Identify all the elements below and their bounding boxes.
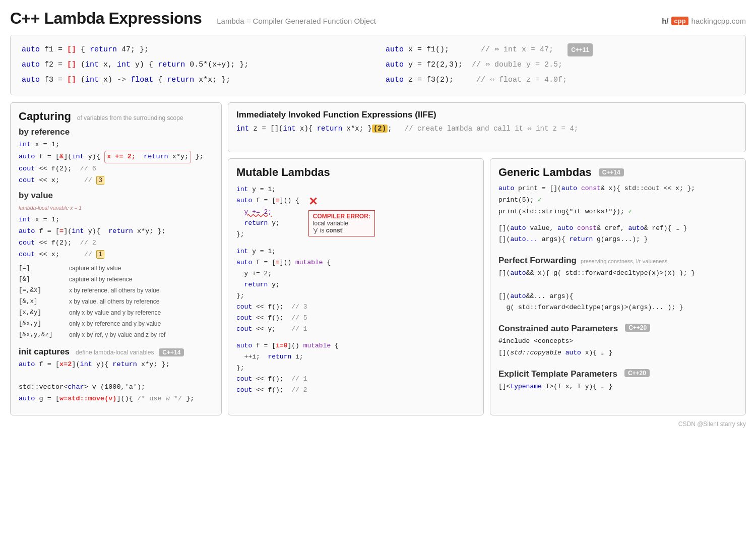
ct-row-6: [&x,y]only x by reference and y by value bbox=[19, 319, 213, 330]
top-code-line2-left: auto f2 = [] (int x, int y) { return 0.5… bbox=[22, 57, 370, 73]
by-value-code: lambda-local variable x = 1 int x = 1; a… bbox=[19, 203, 213, 261]
capture-table: [=]capture all by value [&]capture all b… bbox=[19, 263, 213, 340]
mutable-correct-code: int y = 1; auto f = [=]() mutable { y +=… bbox=[236, 246, 475, 335]
ct-row-1: [=]capture all by value bbox=[19, 263, 213, 274]
constrained-code: #include <concepts> [](std::copyable aut… bbox=[498, 336, 737, 359]
constrained-title: Constrained auto Parameters bbox=[498, 324, 618, 334]
perfect-forwarding-code: [](auto&& x){ g( std::forward<decltype(x… bbox=[498, 268, 737, 314]
generic-badge: C++14 bbox=[599, 168, 624, 176]
generic-panel: Generic Lambdas C++14 auto print = [](au… bbox=[490, 158, 746, 415]
mutable-error-code: int y = 1; auto f = [=]() { y += 2; retu… bbox=[236, 184, 299, 239]
init-captures-subtitle: define lambda-local variables bbox=[76, 349, 154, 356]
mutable-error-info: ✕ COMPILER ERROR: local variable'y' is c… bbox=[308, 195, 375, 236]
top-code-box: auto f1 = [] { return 47; }; auto x = f1… bbox=[10, 35, 746, 95]
iife-code: int z = [](int x){ return x*x; }(2); // … bbox=[236, 124, 737, 133]
header-right: h/cpp hackingcpp.com bbox=[662, 17, 746, 25]
constrained-header: Constrained auto Parameters C++20 bbox=[498, 320, 737, 336]
iife-title: Immediately Invoked Function Expressions… bbox=[236, 110, 737, 120]
by-value-title: by value bbox=[19, 191, 213, 201]
capturing-header: Capturing of variables from the surround… bbox=[19, 110, 213, 123]
iife-panel: Immediately Invoked Function Expressions… bbox=[228, 102, 746, 152]
cpp11-badge: C++11 bbox=[568, 43, 593, 56]
init-captures-code: auto f = [x=2](int y){ return x*y; }; st… bbox=[19, 359, 213, 405]
main-grid: Capturing of variables from the surround… bbox=[10, 102, 746, 415]
mutable-init-code: auto f = [i=0]() mutable { ++i; return i… bbox=[236, 340, 475, 396]
explicit-template-header: Explicit Template Parameters C++20 bbox=[498, 365, 737, 381]
header-subtitle: Lambda = Compiler Generated Function Obj… bbox=[217, 17, 376, 25]
perfect-forwarding-header: Perfect Forwarding preserving constness,… bbox=[498, 252, 737, 268]
top-code-line1-right: auto x = f1(); // ⇔ int x = 47; C++11 bbox=[386, 42, 734, 57]
ct-row-4: [&,x]x by value, all others by reference bbox=[19, 296, 213, 308]
capturing-panel: Capturing of variables from the surround… bbox=[10, 102, 222, 415]
generic-code2: [](auto value, auto const& cref, auto& r… bbox=[498, 223, 737, 246]
by-reference-code: int x = 1; auto f = [&](int y){ x += 2; … bbox=[19, 139, 213, 187]
generic-code1: auto print = [](auto const& x){ std::cou… bbox=[498, 183, 737, 217]
x-mark: ✕ bbox=[308, 195, 318, 208]
top-code-line1-left: auto f1 = [] { return 47; }; bbox=[22, 42, 370, 57]
site-name: hackingcpp.com bbox=[691, 17, 746, 25]
compiler-error-box: COMPILER ERROR: local variable'y' is con… bbox=[308, 210, 375, 236]
perfect-forwarding-subtitle: preserving constness, l/r-valueness bbox=[581, 258, 667, 264]
header-h: h/ bbox=[662, 17, 668, 25]
footer: CSDN @Silent starry sky bbox=[10, 421, 746, 428]
ct-row-7: [&x,y,&z]only x by ref, y by value and z… bbox=[19, 330, 213, 341]
top-code-line2-right: auto y = f2(2,3); // ⇔ double y = 2.5; bbox=[386, 57, 734, 73]
generic-title: Generic Lambdas bbox=[498, 166, 592, 179]
cpp-badge: cpp bbox=[671, 17, 688, 25]
ct-row-2: [&]capture all by reference bbox=[19, 274, 213, 285]
ct-row-3: [=,&x]x by reference, all others by valu… bbox=[19, 285, 213, 296]
generic-header: Generic Lambdas C++14 bbox=[498, 166, 737, 179]
init-captures-title: init captures bbox=[19, 347, 70, 356]
init-captures-badge: C++14 bbox=[159, 348, 184, 356]
call-arg: (2) bbox=[372, 125, 388, 133]
init-captures-header: init captures define lambda-local variab… bbox=[19, 347, 213, 357]
top-code-line3-right: auto z = f3(2); // ⇔ float z = 4.0f; bbox=[386, 73, 734, 88]
mutable-error-section: int y = 1; auto f = [=]() { y += 2; retu… bbox=[236, 184, 475, 239]
perfect-forwarding-title: Perfect Forwarding bbox=[498, 256, 577, 266]
constrained-badge: C++20 bbox=[625, 324, 650, 332]
explicit-template-badge: C++20 bbox=[624, 369, 650, 377]
ct-row-5: [x,&y]only x by value and y by reference bbox=[19, 308, 213, 319]
explicit-template-code: []<typename T>(T x, T y){ … } bbox=[498, 381, 737, 393]
explicit-template-title: Explicit Template Parameters bbox=[498, 369, 617, 379]
top-code-line3-left: auto f3 = [] (int x) -> float { return x… bbox=[22, 73, 370, 88]
header: C++ Lambda Expressions Lambda = Compiler… bbox=[10, 9, 746, 28]
mutable-panel: Mutable Lambdas int y = 1; auto f = [=](… bbox=[228, 158, 484, 415]
by-reference-title: by reference bbox=[19, 127, 213, 137]
capturing-subtitle: of variables from the surrounding scope bbox=[77, 114, 183, 122]
by-value-annot: lambda-local variable x = 1 bbox=[19, 205, 82, 211]
mutable-title: Mutable Lambdas bbox=[236, 166, 475, 179]
capturing-title: Capturing bbox=[19, 110, 71, 123]
page-title: C++ Lambda Expressions bbox=[10, 9, 202, 28]
